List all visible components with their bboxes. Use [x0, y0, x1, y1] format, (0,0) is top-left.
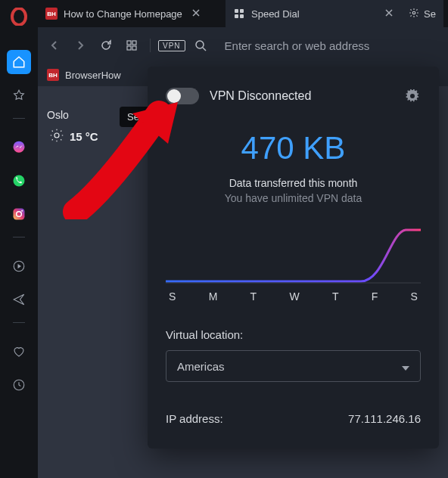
svg-rect-14 — [132, 41, 136, 45]
reload-button[interactable] — [95, 35, 117, 56]
sun-icon — [50, 129, 64, 144]
vpn-location-value: Americas — [177, 360, 225, 373]
day-label: T — [250, 290, 257, 303]
sidebar-divider — [13, 118, 25, 119]
speed-dial-icon — [233, 8, 245, 20]
day-label: T — [332, 290, 339, 303]
sidebar-favorites-button[interactable] — [7, 83, 31, 107]
speed-dial-grid-button[interactable] — [121, 35, 142, 56]
vpn-badge-button[interactable]: VPN — [158, 40, 185, 51]
svg-point-12 — [412, 11, 415, 14]
vpn-data-amount: 470 KB — [166, 130, 421, 166]
sidebar-messenger-button[interactable] — [7, 135, 31, 160]
svg-point-0 — [12, 8, 26, 25]
search-button[interactable] — [190, 35, 211, 56]
day-label: S — [411, 290, 418, 303]
day-label: F — [372, 290, 378, 303]
tab-browserhow[interactable]: BH How to Change Homepage — [38, 0, 226, 27]
vpn-location-label: Virtual location: — [166, 328, 421, 341]
sidebar-send-button[interactable] — [7, 287, 31, 312]
vpn-toggle[interactable] — [166, 88, 199, 104]
svg-rect-3 — [14, 209, 25, 220]
tab-title: Se — [424, 8, 436, 20]
day-label: S — [169, 290, 176, 303]
favicon-bh-icon: BH — [47, 69, 59, 81]
vpn-usage-graph — [166, 225, 421, 284]
vpn-status-label: VPN Disconnected — [210, 89, 394, 103]
sidebar-heart-button[interactable] — [7, 340, 31, 364]
bookmark-item[interactable]: BrowserHow — [65, 70, 121, 81]
chevron-down-icon — [402, 360, 409, 373]
back-button[interactable] — [44, 35, 65, 56]
tab-settings[interactable]: Se — [401, 0, 443, 27]
vpn-ip-value: 77.111.246.16 — [348, 412, 421, 425]
vpn-data-label: Data transferred this month — [166, 177, 421, 189]
toolbar-separator — [150, 39, 151, 52]
svg-point-1 — [14, 141, 25, 153]
weather-city: Oslo — [47, 109, 69, 121]
svg-rect-16 — [132, 46, 136, 50]
svg-rect-15 — [127, 46, 131, 50]
vpn-location-dropdown[interactable]: Americas — [166, 350, 421, 382]
vpn-ip-label: IP address: — [166, 412, 223, 425]
opera-logo-icon[interactable] — [8, 6, 30, 27]
svg-rect-10 — [235, 14, 238, 18]
sidebar-whatsapp-button[interactable] — [7, 169, 31, 193]
favicon-bh-icon: BH — [45, 8, 58, 20]
svg-point-18 — [54, 133, 59, 138]
gear-icon — [409, 8, 419, 20]
vpn-graph-days: S M T W T F S — [166, 290, 421, 303]
vpn-data-sublabel: You have unlimited VPN data — [166, 192, 421, 204]
svg-rect-8 — [235, 9, 238, 13]
sidebar-divider — [13, 237, 25, 237]
svg-rect-13 — [127, 41, 131, 45]
vpn-settings-button[interactable] — [404, 88, 421, 104]
address-bar-placeholder[interactable]: Enter search or web address — [225, 39, 370, 52]
sidebar-player-button[interactable] — [7, 254, 31, 278]
tab-title: Speed Dial — [251, 8, 300, 20]
weather-temp[interactable]: 15 °C — [50, 129, 98, 144]
day-label: M — [209, 290, 218, 303]
svg-point-17 — [196, 41, 204, 48]
sidebar-history-button[interactable] — [7, 373, 31, 397]
weather-temp-value: 15 °C — [70, 130, 98, 143]
tab-bar: BH How to Change Homepage Speed Dial Se — [38, 0, 448, 27]
tab-title: How to Change Homepage — [64, 8, 182, 20]
close-icon[interactable] — [384, 8, 394, 20]
sidebar-home-button[interactable] — [7, 50, 31, 74]
tab-speed-dial[interactable]: Speed Dial — [226, 0, 401, 27]
app-sidebar — [0, 0, 38, 478]
sidebar-divider — [13, 322, 25, 323]
svg-rect-11 — [240, 14, 244, 18]
close-icon[interactable] — [191, 8, 201, 20]
sidebar-instagram-button[interactable] — [7, 202, 31, 226]
svg-rect-9 — [240, 9, 244, 13]
weather-widget[interactable]: Oslo — [47, 109, 69, 121]
svg-point-5 — [21, 210, 23, 212]
forward-button[interactable] — [70, 35, 91, 56]
navigation-toolbar: VPN Enter search or web address — [38, 27, 448, 64]
vpn-popover: VPN Disconnected 470 KB Data transferred… — [148, 67, 439, 449]
svg-point-2 — [14, 175, 25, 187]
day-label: W — [289, 290, 299, 303]
